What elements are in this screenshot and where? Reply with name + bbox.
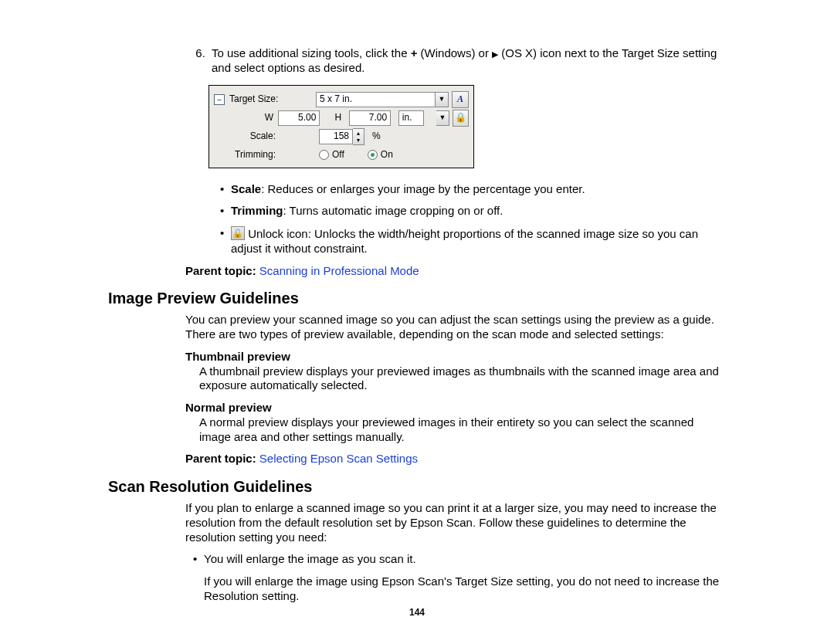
- lock-icon: 🔒: [453, 110, 469, 127]
- unlock-icon: 🔓: [231, 226, 245, 240]
- step-6-text-b: (Windows) or: [417, 46, 492, 59]
- orientation-icon: A: [452, 91, 469, 108]
- parent-link-2[interactable]: Selecting Epson Scan Settings: [259, 452, 418, 465]
- option-bullets: Scale: Reduces or enlarges your image by…: [108, 182, 726, 256]
- trimming-label: Trimming:: [214, 149, 280, 161]
- image-preview-intro: You can preview your scanned image so yo…: [185, 313, 726, 342]
- target-size-combo: 5 x 7 in.: [316, 92, 436, 107]
- w-value: 5.00: [278, 110, 320, 126]
- unit-combo: in.: [398, 110, 424, 126]
- thumbnail-heading: Thumbnail preview: [185, 350, 726, 364]
- normal-body: A normal preview displays your previewed…: [199, 415, 726, 445]
- bullet-unlock: 🔓 Unlock icon: Unlocks the width/height …: [220, 226, 726, 256]
- parent-topic-2: Parent topic: Selecting Epson Scan Setti…: [185, 452, 726, 466]
- scan-res-intro: If you plan to enlarge a scanned image s…: [185, 501, 726, 544]
- scale-label: Scale:: [214, 130, 280, 142]
- step-list: To use additional sizing tools, click th…: [108, 46, 726, 76]
- step-6: To use additional sizing tools, click th…: [208, 46, 726, 76]
- bullet-scale: Scale: Reduces or enlarges your image by…: [220, 182, 726, 197]
- scan-res-item-1b: If you will enlarge the image using Epso…: [204, 575, 719, 602]
- parent-topic-1: Parent topic: Scanning in Professional M…: [185, 264, 726, 279]
- h-value: 7.00: [349, 110, 391, 126]
- heading-scan-resolution: Scan Resolution Guidelines: [108, 477, 726, 497]
- scan-res-item-1: You will enlarge the image as you scan i…: [193, 552, 726, 603]
- scan-res-list: You will enlarge the image as you scan i…: [108, 552, 726, 603]
- collapse-icon: −: [214, 94, 225, 105]
- parent-link-1[interactable]: Scanning in Professional Mode: [259, 264, 419, 277]
- bullet-trimming: Trimming: Turns automatic image cropping…: [220, 204, 726, 219]
- trimming-off-radio: Off: [319, 149, 344, 161]
- document-page: To use additional sizing tools, click th…: [0, 0, 834, 604]
- play-symbol: ▶: [492, 49, 498, 59]
- normal-heading: Normal preview: [185, 401, 726, 415]
- w-label: W: [214, 112, 278, 124]
- page-number: 144: [0, 607, 834, 619]
- trimming-on-radio: On: [368, 149, 393, 161]
- scale-unit: %: [372, 130, 381, 142]
- spinner-icon: ▲▼: [353, 128, 364, 145]
- chevron-down-icon: ▼: [436, 110, 449, 126]
- target-size-panel: − Target Size: 5 x 7 in.▼ A W 5.00 H 7.0…: [208, 85, 474, 168]
- scale-value: 158: [319, 129, 353, 144]
- step-6-text-a: To use additional sizing tools, click th…: [212, 46, 411, 59]
- target-size-label: Target Size:: [229, 93, 285, 105]
- thumbnail-body: A thumbnail preview displays your previe…: [199, 364, 726, 394]
- chevron-down-icon: ▼: [436, 92, 449, 107]
- heading-image-preview: Image Preview Guidelines: [108, 289, 726, 308]
- figure-container: − Target Size: 5 x 7 in.▼ A W 5.00 H 7.0…: [208, 85, 726, 168]
- h-label: H: [335, 112, 342, 124]
